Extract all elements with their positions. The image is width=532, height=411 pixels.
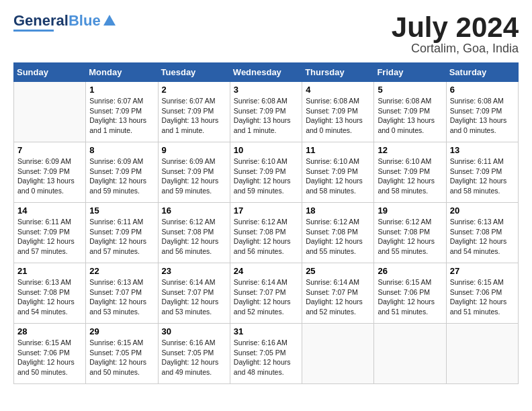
day-number: 1	[89, 85, 154, 95]
calendar-cell	[14, 82, 86, 142]
calendar-cell: 18Sunrise: 6:12 AMSunset: 7:08 PMDayligh…	[302, 203, 374, 263]
day-number: 28	[17, 326, 82, 336]
day-info: Sunrise: 6:09 AMSunset: 7:09 PMDaylight:…	[17, 156, 82, 196]
calendar-cell: 16Sunrise: 6:12 AMSunset: 7:08 PMDayligh…	[158, 203, 230, 263]
day-number: 30	[162, 326, 226, 336]
day-info: Sunrise: 6:13 AMSunset: 7:08 PMDaylight:…	[17, 277, 82, 317]
calendar-cell: 29Sunrise: 6:15 AMSunset: 7:05 PMDayligh…	[86, 324, 158, 384]
calendar-cell: 11Sunrise: 6:10 AMSunset: 7:09 PMDayligh…	[302, 142, 374, 203]
svg-marker-0	[103, 15, 116, 26]
day-number: 2	[162, 85, 226, 95]
weekday-header: Wednesday	[230, 63, 302, 82]
day-number: 27	[450, 266, 515, 276]
day-number: 3	[234, 85, 298, 95]
day-info: Sunrise: 6:15 AMSunset: 7:06 PMDaylight:…	[17, 338, 82, 377]
title-area: July 2024 Cortalim, Goa, India	[392, 13, 519, 56]
day-info: Sunrise: 6:12 AMSunset: 7:08 PMDaylight:…	[234, 217, 298, 257]
day-number: 24	[234, 266, 298, 276]
calendar-cell: 17Sunrise: 6:12 AMSunset: 7:08 PMDayligh…	[230, 203, 302, 263]
day-number: 19	[378, 205, 442, 216]
month-title: July 2024	[392, 13, 519, 42]
calendar-cell: 25Sunrise: 6:14 AMSunset: 7:07 PMDayligh…	[302, 263, 374, 324]
day-info: Sunrise: 6:10 AMSunset: 7:09 PMDaylight:…	[306, 156, 370, 196]
weekday-header: Saturday	[446, 63, 518, 82]
logo-text: GeneralBlue	[13, 13, 101, 28]
calendar-cell: 6Sunrise: 6:08 AMSunset: 7:09 PMDaylight…	[446, 82, 518, 142]
weekday-header: Monday	[86, 63, 158, 82]
day-info: Sunrise: 6:14 AMSunset: 7:07 PMDaylight:…	[306, 277, 370, 317]
calendar-cell: 21Sunrise: 6:13 AMSunset: 7:08 PMDayligh…	[14, 263, 86, 324]
calendar-cell: 7Sunrise: 6:09 AMSunset: 7:09 PMDaylight…	[14, 142, 86, 203]
calendar-cell: 30Sunrise: 6:16 AMSunset: 7:05 PMDayligh…	[158, 324, 230, 384]
day-number: 11	[306, 145, 370, 155]
day-info: Sunrise: 6:15 AMSunset: 7:06 PMDaylight:…	[378, 277, 442, 317]
calendar-cell: 26Sunrise: 6:15 AMSunset: 7:06 PMDayligh…	[374, 263, 446, 324]
day-info: Sunrise: 6:09 AMSunset: 7:09 PMDaylight:…	[162, 156, 226, 196]
calendar-cell: 15Sunrise: 6:11 AMSunset: 7:09 PMDayligh…	[86, 203, 158, 263]
day-number: 15	[89, 205, 154, 216]
weekday-header: Tuesday	[158, 63, 230, 82]
day-info: Sunrise: 6:08 AMSunset: 7:09 PMDaylight:…	[450, 96, 515, 136]
calendar-week-row: 1Sunrise: 6:07 AMSunset: 7:09 PMDaylight…	[14, 82, 519, 142]
day-info: Sunrise: 6:10 AMSunset: 7:09 PMDaylight:…	[234, 156, 298, 196]
calendar-cell: 9Sunrise: 6:09 AMSunset: 7:09 PMDaylight…	[158, 142, 230, 203]
day-number: 7	[17, 145, 82, 155]
calendar-week-row: 28Sunrise: 6:15 AMSunset: 7:06 PMDayligh…	[14, 324, 519, 384]
logo-bar	[13, 30, 54, 32]
calendar-cell: 31Sunrise: 6:16 AMSunset: 7:05 PMDayligh…	[230, 324, 302, 384]
day-info: Sunrise: 6:07 AMSunset: 7:09 PMDaylight:…	[162, 96, 226, 136]
calendar-week-row: 21Sunrise: 6:13 AMSunset: 7:08 PMDayligh…	[14, 263, 519, 324]
day-number: 6	[450, 85, 515, 95]
day-number: 22	[89, 266, 154, 276]
day-info: Sunrise: 6:08 AMSunset: 7:09 PMDaylight:…	[378, 96, 442, 136]
day-info: Sunrise: 6:10 AMSunset: 7:09 PMDaylight:…	[378, 156, 442, 196]
day-info: Sunrise: 6:12 AMSunset: 7:08 PMDaylight:…	[378, 217, 442, 257]
calendar-cell: 20Sunrise: 6:13 AMSunset: 7:08 PMDayligh…	[446, 203, 518, 263]
day-number: 25	[306, 266, 370, 276]
day-number: 14	[17, 205, 82, 216]
calendar-cell: 4Sunrise: 6:08 AMSunset: 7:09 PMDaylight…	[302, 82, 374, 142]
day-number: 18	[306, 205, 370, 216]
calendar-week-row: 7Sunrise: 6:09 AMSunset: 7:09 PMDaylight…	[14, 142, 519, 203]
day-info: Sunrise: 6:15 AMSunset: 7:05 PMDaylight:…	[89, 338, 154, 377]
page-header: GeneralBlue July 2024 Cortalim, Goa, Ind…	[13, 13, 519, 56]
calendar-cell: 14Sunrise: 6:11 AMSunset: 7:09 PMDayligh…	[14, 203, 86, 263]
day-number: 13	[450, 145, 515, 155]
day-info: Sunrise: 6:09 AMSunset: 7:09 PMDaylight:…	[89, 156, 154, 196]
calendar-cell: 22Sunrise: 6:13 AMSunset: 7:07 PMDayligh…	[86, 263, 158, 324]
day-number: 10	[234, 145, 298, 155]
day-info: Sunrise: 6:15 AMSunset: 7:06 PMDaylight:…	[450, 277, 515, 317]
day-number: 4	[306, 85, 370, 95]
day-info: Sunrise: 6:13 AMSunset: 7:08 PMDaylight:…	[450, 217, 515, 257]
calendar-week-row: 14Sunrise: 6:11 AMSunset: 7:09 PMDayligh…	[14, 203, 519, 263]
day-info: Sunrise: 6:11 AMSunset: 7:09 PMDaylight:…	[450, 156, 515, 196]
calendar-table: SundayMondayTuesdayWednesdayThursdayFrid…	[13, 62, 519, 384]
calendar-cell	[446, 324, 518, 384]
day-info: Sunrise: 6:13 AMSunset: 7:07 PMDaylight:…	[89, 277, 154, 317]
calendar-cell: 12Sunrise: 6:10 AMSunset: 7:09 PMDayligh…	[374, 142, 446, 203]
day-info: Sunrise: 6:07 AMSunset: 7:09 PMDaylight:…	[89, 96, 154, 136]
day-number: 9	[162, 145, 226, 155]
day-info: Sunrise: 6:12 AMSunset: 7:08 PMDaylight:…	[306, 217, 370, 257]
day-number: 23	[162, 266, 226, 276]
day-number: 29	[89, 326, 154, 336]
day-info: Sunrise: 6:08 AMSunset: 7:09 PMDaylight:…	[306, 96, 370, 136]
weekday-header: Friday	[374, 63, 446, 82]
day-info: Sunrise: 6:11 AMSunset: 7:09 PMDaylight:…	[89, 217, 154, 257]
day-info: Sunrise: 6:14 AMSunset: 7:07 PMDaylight:…	[162, 277, 226, 317]
calendar-cell: 24Sunrise: 6:14 AMSunset: 7:07 PMDayligh…	[230, 263, 302, 324]
calendar-cell: 1Sunrise: 6:07 AMSunset: 7:09 PMDaylight…	[86, 82, 158, 142]
weekday-header: Thursday	[302, 63, 374, 82]
calendar-cell: 19Sunrise: 6:12 AMSunset: 7:08 PMDayligh…	[374, 203, 446, 263]
location: Cortalim, Goa, India	[392, 42, 519, 56]
calendar-cell: 13Sunrise: 6:11 AMSunset: 7:09 PMDayligh…	[446, 142, 518, 203]
calendar-cell	[374, 324, 446, 384]
day-info: Sunrise: 6:11 AMSunset: 7:09 PMDaylight:…	[17, 217, 82, 257]
calendar-cell: 3Sunrise: 6:08 AMSunset: 7:09 PMDaylight…	[230, 82, 302, 142]
calendar-cell	[302, 324, 374, 384]
day-number: 26	[378, 266, 442, 276]
logo-icon	[102, 13, 117, 28]
calendar-cell: 2Sunrise: 6:07 AMSunset: 7:09 PMDaylight…	[158, 82, 230, 142]
day-number: 21	[17, 266, 82, 276]
day-number: 8	[89, 145, 154, 155]
